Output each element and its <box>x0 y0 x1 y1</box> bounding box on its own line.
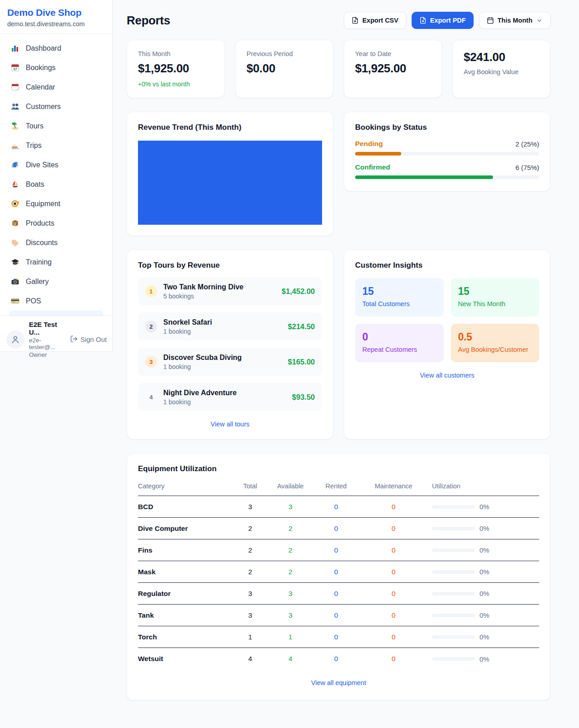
people-icon <box>11 102 19 111</box>
shop-name: Demo Dive Shop <box>7 7 105 18</box>
period-dropdown[interactable]: This Month <box>479 12 551 29</box>
tile-value: 15 <box>458 285 532 298</box>
sidebar-item-trips[interactable]: Trips <box>5 136 108 155</box>
status-label: Pending <box>355 140 383 148</box>
tile-label: Total Customers <box>362 300 437 307</box>
shop-domain: demo.test.divestreams.com <box>7 20 105 28</box>
sidebar-item-tours[interactable]: Tours <box>5 116 108 136</box>
stat-value: $0.00 <box>247 61 322 76</box>
sidebar-item-reports-active[interactable] <box>9 311 103 316</box>
utilization-percent: 0% <box>479 590 489 597</box>
progress-fill <box>355 175 493 179</box>
sidebar-item-label: Bookings <box>26 64 56 72</box>
total-cell: 3 <box>232 611 268 619</box>
credit-card-icon <box>11 297 19 305</box>
view-all-tours-link[interactable]: View all tours <box>138 421 322 428</box>
utilization-bar <box>432 614 475 617</box>
sidebar-item-label: Dive Sites <box>26 161 58 169</box>
sidebar-item-dive-sites[interactable]: Dive Sites <box>5 155 108 175</box>
status-row-confirmed: Confirmed 6 (75%) <box>355 163 539 179</box>
rented-cell: 0 <box>313 633 360 641</box>
page-title: Reports <box>127 14 170 28</box>
revenue-trend-title: Revenue Trend (This Month) <box>138 123 322 132</box>
maintenance-cell: 0 <box>360 633 427 641</box>
utilization-percent: 0% <box>479 503 489 511</box>
sidebar-item-bookings[interactable]: 17 Bookings <box>5 58 108 77</box>
rank-badge: 4 <box>145 391 157 403</box>
maintenance-cell: 0 <box>360 568 427 576</box>
column-header: Rented <box>313 482 360 490</box>
tour-row: 4 Night Dive Adventure 1 booking $93.50 <box>138 383 322 411</box>
maintenance-cell: 0 <box>360 590 427 598</box>
stat-value: $1,925.00 <box>138 61 214 76</box>
speedboat-icon <box>11 141 19 150</box>
column-header: Total <box>232 482 268 490</box>
stat-label: Previous Period <box>247 50 322 57</box>
stat-label: Avg Booking Value <box>464 68 539 76</box>
stat-card-year-to-date: Year to Date $1,925.00 <box>344 40 442 98</box>
sidebar-item-training[interactable]: Training <box>5 252 108 272</box>
sidebar-item-customers[interactable]: Customers <box>5 97 108 116</box>
equipment-category: Regulator <box>138 590 232 598</box>
user-info: E2E Test U... e2e-tester@... Owner <box>29 321 66 358</box>
column-header: Available <box>268 482 313 490</box>
sign-out-button[interactable]: Sign Out <box>70 335 107 344</box>
tour-amount: $1,452.00 <box>282 287 315 296</box>
sidebar-item-boats[interactable]: Boats <box>5 175 108 194</box>
sidebar-item-label: Equipment <box>26 200 61 208</box>
rented-cell: 0 <box>313 611 360 619</box>
view-all-equipment-link[interactable]: View all equipment <box>138 679 539 686</box>
maintenance-cell: 0 <box>360 611 427 619</box>
utilization-percent: 0% <box>479 568 489 576</box>
view-all-customers-link[interactable]: View all customers <box>355 372 539 379</box>
total-cell: 2 <box>232 568 268 576</box>
status-label: Confirmed <box>355 163 390 171</box>
maintenance-cell: 0 <box>360 503 427 511</box>
utilization-percent: 0% <box>479 546 489 554</box>
sidebar-item-equipment[interactable]: Equipment <box>5 194 108 213</box>
rank-badge: 3 <box>145 356 157 368</box>
header-actions: Export CSV Export PDF This Month <box>344 12 551 29</box>
sidebar-item-label: Discounts <box>26 239 57 247</box>
equipment-table: Category Total Available Rented Maintena… <box>138 482 539 670</box>
export-csv-button[interactable]: Export CSV <box>344 12 406 29</box>
available-cell: 3 <box>268 611 313 619</box>
tile-value: 0.5 <box>458 331 532 343</box>
grad-cap-icon <box>11 258 19 266</box>
progress-fill <box>355 152 401 156</box>
available-cell: 2 <box>268 568 313 576</box>
available-cell: 2 <box>268 525 313 533</box>
utilization-percent: 0% <box>479 525 489 532</box>
available-cell: 3 <box>268 590 313 598</box>
sidebar-item-discounts[interactable]: Discounts <box>5 233 108 252</box>
tour-bookings: 1 booking <box>163 363 281 370</box>
top-tours-title: Top Tours by Revenue <box>138 261 322 270</box>
sidebar-item-calendar[interactable]: Calendar <box>5 77 108 97</box>
utilization-bar <box>432 592 475 596</box>
total-cell: 2 <box>232 546 268 554</box>
sidebar-item-dashboard[interactable]: Dashboard <box>5 38 108 58</box>
tour-row: 3 Discover Scuba Diving 1 booking $165.0… <box>138 348 322 376</box>
tour-row: 1 Two Tank Morning Dive 5 bookings $1,45… <box>138 277 322 305</box>
sidebar-item-gallery[interactable]: Gallery <box>5 272 108 291</box>
tour-bookings: 1 booking <box>163 398 286 406</box>
stats-row: This Month $1,925.00 +0% vs last month P… <box>127 40 551 98</box>
user-email: e2e-tester@... <box>29 337 66 350</box>
utilization-percent: 0% <box>479 655 489 663</box>
chevron-down-icon <box>536 17 543 24</box>
export-pdf-button[interactable]: Export PDF <box>412 12 474 29</box>
utilization-percent: 0% <box>479 611 489 619</box>
stat-card-avg-booking-value: $241.00 Avg Booking Value <box>452 40 551 98</box>
stat-value: $241.00 <box>464 50 539 64</box>
stat-value: $1,925.00 <box>355 61 431 76</box>
brand-block: Demo Dive Shop demo.test.divestreams.com <box>0 0 112 34</box>
tour-name: Two Tank Morning Dive <box>163 283 275 291</box>
bookings-by-status-card: Bookings by Status Pending 2 (25%) Confi… <box>344 112 551 191</box>
sidebar-item-products[interactable]: Products <box>5 213 108 233</box>
status-count: 6 (75%) <box>515 164 539 171</box>
rented-cell: 0 <box>313 655 360 663</box>
tour-amount: $165.00 <box>288 358 315 366</box>
package-icon <box>11 219 19 227</box>
sidebar-item-pos[interactable]: POS <box>5 291 108 311</box>
file-download-icon <box>419 17 427 24</box>
